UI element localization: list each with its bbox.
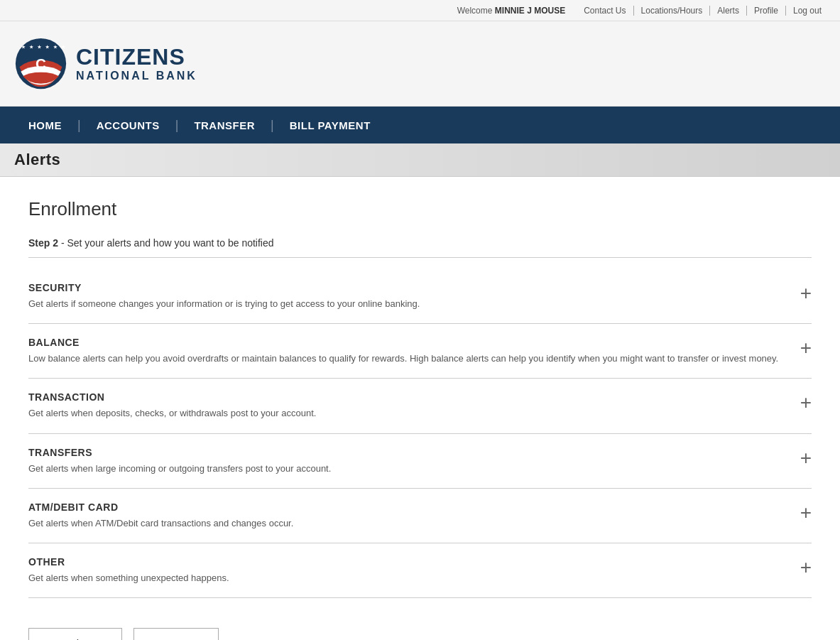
atm-debit-expand-button[interactable]: +	[800, 501, 812, 523]
transaction-expand-button[interactable]: +	[800, 391, 812, 413]
alert-section-transfers[interactable]: TRANSFERS Get alerts when large incoming…	[28, 434, 812, 489]
svg-text:C: C	[36, 55, 46, 72]
balance-expand-button[interactable]: +	[800, 337, 812, 358]
other-expand-button[interactable]: +	[800, 556, 812, 577]
alert-section-security[interactable]: SECURITY Get alerts if someone changes y…	[28, 269, 812, 324]
nav-accounts[interactable]: ACCOUNTS	[82, 108, 174, 143]
atm-debit-desc: Get alerts when ATM/Debit card transacti…	[28, 517, 786, 530]
previous-button[interactable]: Previous	[28, 628, 122, 640]
security-title: SECURITY	[28, 282, 786, 293]
security-expand-button[interactable]: +	[800, 282, 812, 303]
nav-transfer[interactable]: TRANSFER	[180, 108, 269, 143]
bank-name-line2: NATIONAL BANK	[76, 70, 197, 82]
other-title: OTHER	[28, 556, 786, 568]
alerts-nav-link[interactable]: Alerts	[710, 6, 747, 16]
username: MINNIE J MOUSE	[495, 6, 565, 16]
nav-sep-3: |	[269, 118, 276, 133]
enrollment-title: Enrollment	[28, 198, 812, 220]
atm-debit-content: ATM/DEBIT CARD Get alerts when ATM/Debit…	[28, 501, 800, 530]
transaction-title: TRANSACTION	[28, 391, 786, 403]
top-nav: Contact Us Locations/Hours Alerts Profil…	[577, 6, 829, 16]
other-desc: Get alerts when something unexpected hap…	[28, 572, 786, 585]
alert-section-balance[interactable]: BALANCE Low balance alerts can help you …	[28, 324, 812, 379]
contact-us-link[interactable]: Contact Us	[577, 6, 633, 16]
balance-content: BALANCE Low balance alerts can help you …	[28, 337, 800, 365]
transaction-content: TRANSACTION Get alerts when deposits, ch…	[28, 391, 800, 420]
logo-container: C CITIZENS NATIONAL BANK	[14, 37, 197, 90]
page-title: Alerts	[14, 151, 60, 168]
security-desc: Get alerts if someone changes your infor…	[28, 298, 786, 310]
welcome-prefix: Welcome	[457, 6, 495, 16]
transaction-desc: Get alerts when deposits, checks, or wit…	[28, 407, 786, 420]
step-number: Step 2	[28, 237, 58, 249]
balance-desc: Low balance alerts can help you avoid ov…	[28, 352, 786, 365]
alert-section-other[interactable]: OTHER Get alerts when something unexpect…	[28, 543, 812, 598]
header: C CITIZENS NATIONAL BANK	[0, 21, 840, 107]
welcome-message: Welcome MINNIE J MOUSE	[457, 6, 566, 16]
transfers-title: TRANSFERS	[28, 447, 786, 458]
main-content: Enrollment Step 2 - Set your alerts and …	[0, 177, 840, 640]
transfers-expand-button[interactable]: +	[800, 447, 812, 468]
profile-link[interactable]: Profile	[747, 6, 786, 16]
nav-sep-1: |	[76, 118, 82, 133]
top-bar: Welcome MINNIE J MOUSE Contact Us Locati…	[0, 0, 840, 21]
step-description: - Set your alerts and how you want to be…	[58, 237, 274, 249]
svg-marker-6	[61, 45, 65, 48]
other-content: OTHER Get alerts when something unexpect…	[28, 556, 800, 585]
nav-home[interactable]: HOME	[14, 108, 76, 143]
main-nav: HOME | ACCOUNTS | TRANSFER | BILL PAYMEN…	[0, 107, 840, 143]
bank-name: CITIZENS NATIONAL BANK	[76, 45, 197, 82]
security-content: SECURITY Get alerts if someone changes y…	[28, 282, 800, 310]
alert-section-atm-debit[interactable]: ATM/DEBIT CARD Get alerts when ATM/Debit…	[28, 489, 812, 543]
bank-logo-icon: C	[14, 37, 67, 90]
nav-bill-payment[interactable]: BILL PAYMENT	[276, 108, 385, 143]
locations-hours-link[interactable]: Locations/Hours	[634, 6, 711, 16]
transfers-content: TRANSFERS Get alerts when large incoming…	[28, 447, 800, 475]
balance-title: BALANCE	[28, 337, 786, 348]
bank-name-line1: CITIZENS	[76, 45, 197, 70]
transfers-desc: Get alerts when large incoming or outgoi…	[28, 462, 786, 475]
nav-buttons: Previous Next	[28, 621, 812, 640]
step-label: Step 2 - Set your alerts and how you wan…	[28, 237, 812, 258]
nav-sep-2: |	[174, 118, 180, 133]
next-button[interactable]: Next	[133, 628, 219, 640]
page-title-bar: Alerts	[0, 143, 840, 177]
atm-debit-title: ATM/DEBIT CARD	[28, 501, 786, 513]
alert-section-transaction[interactable]: TRANSACTION Get alerts when deposits, ch…	[28, 379, 812, 433]
logout-link[interactable]: Log out	[786, 6, 829, 16]
